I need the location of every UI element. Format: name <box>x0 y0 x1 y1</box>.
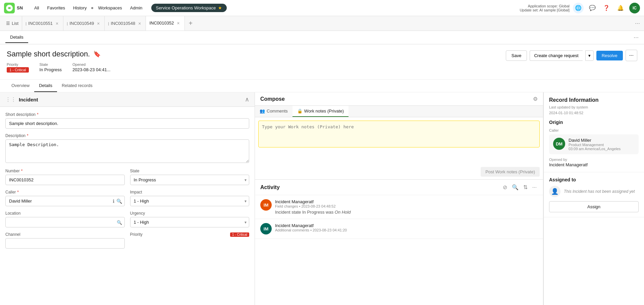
tab-label-INC0010352: INC0010352 <box>149 20 174 26</box>
assign-button[interactable]: Assign <box>549 201 639 212</box>
tab-INC0010549[interactable]: | INC0010549 × <box>63 16 105 31</box>
caller-card-tz: 03:09 am America/Los_Angeles <box>569 147 635 151</box>
activity-state-text-1: Incident state In Progress was <box>275 210 335 215</box>
tab-INC0010551[interactable]: | INC0010551 × <box>22 16 63 31</box>
collapse-icon[interactable]: ∧ <box>245 96 249 103</box>
add-tab-button[interactable]: + <box>185 16 197 31</box>
work-notes-tab-label: Work notes (Private) <box>304 108 344 114</box>
chat-button[interactable]: 💬 <box>587 3 598 13</box>
caller-input[interactable] <box>5 196 125 206</box>
user-avatar[interactable]: IC <box>629 3 640 13</box>
tabs-more-button[interactable]: ··· <box>631 16 644 31</box>
activity-item-1: IM Incident Manageratf Field changes • 2… <box>255 195 543 219</box>
compose-tab-work-notes[interactable]: 🔒 Work notes (Private) <box>292 106 348 117</box>
incident-section-header: ⋮⋮ Incident ∧ <box>0 92 255 107</box>
tab-close-INC0010548[interactable]: × <box>137 20 142 27</box>
record-tabs: Overview Details Related records <box>0 80 644 92</box>
activity-author-1: Incident Manageratf <box>275 199 538 204</box>
not-assigned-wrapper: 👤 This Incident has not been assigned ye… <box>549 186 639 197</box>
priority-field-wrapper: Priority 1 - Critical <box>130 232 250 249</box>
compose-title: Compose <box>260 96 285 102</box>
help-button[interactable]: ❓ <box>601 3 612 13</box>
urgency-select-wrapper: 1 - High ▾ <box>130 217 250 227</box>
tab-label-INC0010549: INC0010549 <box>69 21 94 26</box>
tab-close-INC0010549[interactable]: × <box>96 20 101 27</box>
required-star-desc: * <box>27 133 29 138</box>
detail-more-button[interactable]: ··· <box>634 34 639 41</box>
tab-label-INC0010551: INC0010551 <box>28 21 53 26</box>
record-tab-details[interactable]: Details <box>34 80 57 92</box>
drag-handle-icon[interactable]: ⋮⋮ <box>5 96 16 103</box>
activity-sort-icon[interactable]: ⇅ <box>522 183 529 191</box>
origin-title: Origin <box>549 120 639 125</box>
caller-info-icon[interactable]: ℹ <box>113 199 114 204</box>
bookmark-icon[interactable]: 🔖 <box>93 50 101 58</box>
compose-tab-comments[interactable]: 👥 Comments <box>255 106 292 117</box>
update-set-label: Update set: AI sample [Global] <box>520 8 570 12</box>
activity-search-icon[interactable]: 🔍 <box>511 183 520 191</box>
work-notes-textarea[interactable] <box>258 121 540 147</box>
activity-title: Activity <box>260 184 499 190</box>
number-input[interactable] <box>5 175 125 185</box>
comments-tab-label: Comments <box>267 108 288 114</box>
tabs-bar: ☰ List | INC0010551 × | INC0010549 × | I… <box>0 16 644 31</box>
caller-card-dept: Product Management <box>569 143 635 147</box>
list-tab[interactable]: ☰ List <box>3 16 22 31</box>
nav-favorites[interactable]: Favorites <box>44 3 68 12</box>
urgency-select[interactable]: 1 - High <box>130 217 250 227</box>
activity-filter-icon[interactable]: ⊘ <box>502 183 508 191</box>
tab-close-INC0010551[interactable]: × <box>54 20 60 27</box>
caller-field-wrapper: Caller * ℹ 🔍 <box>5 190 125 206</box>
active-workspace-pill[interactable]: Service Operations Workspace ★ <box>151 4 227 12</box>
tab-close-INC0010352[interactable]: × <box>175 20 181 27</box>
number-state-row: Number * State In Progress ▾ <box>5 169 249 185</box>
impact-select[interactable]: 1 - High <box>130 196 250 206</box>
resolve-button[interactable]: Resolve <box>596 51 623 60</box>
post-work-notes-button[interactable]: Post Work notes (Private) <box>481 167 540 177</box>
meta-opened: Opened 2023-08-23 04:41... <box>72 62 110 72</box>
nav-all[interactable]: All <box>31 3 42 12</box>
create-change-dropdown-button[interactable]: ▾ <box>585 50 594 61</box>
desc-row: Description * Sample Description. <box>5 133 249 164</box>
short-desc-input[interactable] <box>5 118 249 129</box>
location-input[interactable] <box>5 217 125 227</box>
location-field-wrapper: Location 🔍 <box>5 211 125 227</box>
caller-icons: ℹ 🔍 <box>113 199 122 204</box>
caller-search-icon[interactable]: 🔍 <box>116 199 122 204</box>
location-input-wrapper: 🔍 <box>5 217 125 227</box>
app-scope-info: Application scope: Global Update set: AI… <box>520 4 570 12</box>
meta-state: State In Progress <box>40 62 62 72</box>
required-star-caller: * <box>17 190 19 194</box>
record-tab-overview[interactable]: Overview <box>7 80 34 92</box>
tab-INC0010548[interactable]: | INC0010548 × <box>105 16 146 31</box>
location-urgency-row: Location 🔍 Urgency 1 - High ▾ <box>5 211 249 227</box>
notifications-button[interactable]: 🔔 <box>615 3 626 13</box>
tab-INC0010352[interactable]: INC0010352 × <box>146 16 184 31</box>
priority-label: Priority <box>7 62 29 67</box>
globe-button[interactable]: 🌐 <box>573 3 584 13</box>
post-btn-wrapper: Post Work notes (Private) <box>255 164 543 179</box>
nav-admin[interactable]: Admin <box>127 3 146 12</box>
nav-workspaces[interactable]: Workspaces <box>95 3 125 12</box>
nav-separator <box>91 7 93 9</box>
record-tab-related[interactable]: Related records <box>57 80 97 92</box>
detail-tab-details[interactable]: Details <box>5 32 28 43</box>
nav-history[interactable]: History <box>70 3 90 12</box>
location-search-icon[interactable]: 🔍 <box>117 220 122 225</box>
channel-input[interactable] <box>5 238 125 249</box>
record-more-button[interactable]: ··· <box>626 50 637 61</box>
save-button[interactable]: Save <box>506 50 527 61</box>
caller-card-avatar: DM <box>553 138 565 150</box>
desc-textarea[interactable]: Sample Description. <box>5 139 249 163</box>
state-select[interactable]: In Progress <box>130 175 250 185</box>
logo-icon <box>4 3 15 13</box>
opened-value: 2023-08-23 04:41... <box>72 67 110 72</box>
create-change-request-button[interactable]: Create change request <box>530 50 582 61</box>
middle-panel: Compose ⚙ 👥 Comments 🔒 Work notes (Priva… <box>255 92 543 305</box>
servicenow-logo[interactable]: SN <box>4 3 23 13</box>
compose-settings-icon[interactable]: ⚙ <box>533 96 538 102</box>
activity-more-icon[interactable]: ··· <box>531 183 538 191</box>
activity-meta-1: Field changes • 2023-08-23 04:48:52 <box>275 204 538 208</box>
state-label: State <box>40 62 62 67</box>
record-meta: Priority 1 - Critical State In Progress … <box>7 62 506 73</box>
